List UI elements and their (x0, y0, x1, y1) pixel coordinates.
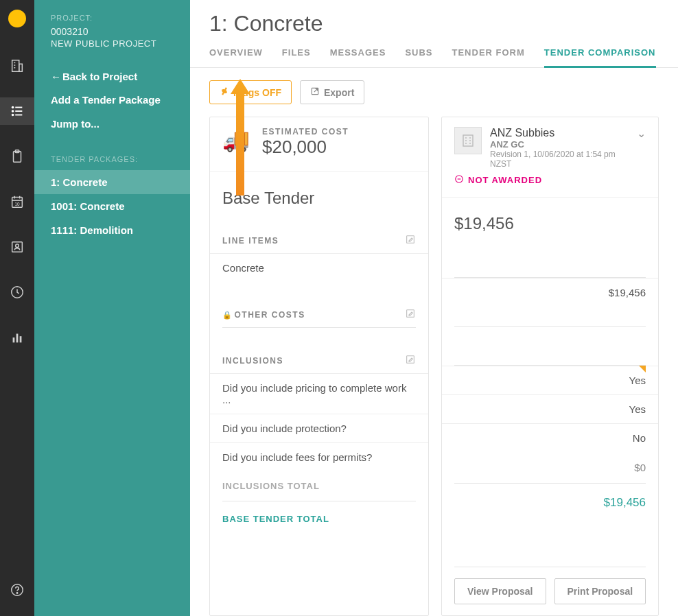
nav-clock-icon[interactable] (0, 279, 34, 306)
tab-overview[interactable]: OVERVIEW (209, 47, 263, 68)
award-status: NOT AWARDED (442, 174, 658, 193)
svg-text:10: 10 (14, 202, 20, 206)
svg-rect-8 (15, 107, 22, 108)
sub-company: ANZ GC (490, 139, 629, 150)
other-costs-label: 🔒OTHER COSTS (222, 310, 305, 320)
export-button[interactable]: Export (300, 80, 364, 104)
svg-point-25 (16, 593, 17, 593)
edit-other-costs-icon[interactable] (405, 308, 416, 322)
page-title: 1: Concrete (209, 11, 659, 36)
sidebar: PROJECT: 0003210 NEW PUBLIC PROJECT ← Ba… (34, 0, 190, 616)
edit-line-items-icon[interactable] (405, 234, 416, 248)
truck-icon: 🚚 (222, 127, 253, 153)
building-icon (454, 127, 482, 154)
inclusion-question: Did you include pricing to complete work… (210, 373, 428, 414)
sidebar-item-demolition-1111[interactable]: 1111: Demolition (34, 218, 190, 242)
svg-point-5 (12, 106, 14, 109)
inclusions-total-value: $0 (442, 452, 658, 483)
project-label: PROJECT: (34, 14, 190, 26)
svg-rect-23 (20, 336, 22, 342)
sub-amount: $19,456 (442, 202, 658, 252)
plug-icon (220, 86, 229, 98)
toolbar: Plugs OFF Export (190, 68, 678, 117)
sidebar-item-concrete-1[interactable]: 1: Concrete (34, 170, 190, 194)
nav-chart-icon[interactable] (0, 324, 34, 351)
inclusion-answer: Yes (442, 366, 658, 394)
svg-rect-21 (13, 337, 15, 342)
icon-rail: 10 (0, 0, 34, 616)
view-proposal-button[interactable]: View Proposal (454, 578, 546, 604)
nav-contact-icon[interactable] (0, 233, 34, 261)
svg-rect-10 (15, 115, 22, 116)
line-item-value: $19,456 (442, 278, 658, 307)
edit-inclusions-icon[interactable] (405, 354, 416, 368)
estimated-cost-label: ESTIMATED COST (262, 127, 349, 137)
project-number: 0003210 (34, 26, 190, 37)
nav-clipboard-icon[interactable] (0, 143, 34, 170)
line-items-label: LINE ITEMS (222, 236, 279, 246)
sub-name: ANZ Subbies (490, 127, 629, 139)
estimated-cost-value: $20,000 (262, 137, 349, 158)
tab-tender-comparison[interactable]: TENDER COMPARISON (544, 47, 656, 68)
svg-rect-30 (463, 135, 473, 146)
estimate-card: 🚚 ESTIMATED COST $20,000 Base Tender LIN… (209, 117, 429, 616)
svg-point-19 (16, 244, 19, 248)
sub-card: ANZ Subbies ANZ GC Revision 1, 10/06/202… (441, 117, 659, 616)
inclusions-total-label: INCLUSIONS TOTAL (210, 471, 428, 501)
lock-icon: 🔒 (222, 311, 233, 319)
inclusion-question: Did you include fees for permits? (210, 442, 428, 471)
inclusion-question: Did you include protection? (210, 414, 428, 442)
arrow-left-icon: ← (51, 71, 61, 82)
nav-company-icon[interactable] (0, 52, 34, 80)
export-label: Export (324, 87, 354, 98)
inclusion-answer: Yes (442, 394, 658, 423)
sidebar-item-concrete-1001[interactable]: 1001: Concrete (34, 194, 190, 218)
tab-subs[interactable]: SUBS (405, 47, 432, 68)
tabs: OVERVIEW FILES MESSAGES SUBS TENDER FORM… (190, 36, 678, 68)
svg-rect-22 (16, 334, 19, 343)
print-proposal-button[interactable]: Print Proposal (554, 578, 646, 604)
svg-rect-1 (19, 64, 23, 71)
export-icon (310, 86, 320, 98)
plugs-label: Plugs OFF (233, 87, 281, 98)
tab-tender-form[interactable]: TENDER FORM (452, 47, 525, 68)
base-tender-total-label: BASE TENDER TOTAL (210, 501, 428, 536)
corner-marker (639, 366, 646, 372)
back-to-project[interactable]: ← Back to Project (34, 65, 190, 88)
titlebar: 1: Concrete (190, 0, 678, 36)
svg-rect-9 (15, 110, 22, 112)
svg-point-6 (12, 110, 14, 112)
line-item-name: Concrete (210, 253, 428, 282)
project-name: NEW PUBLIC PROJECT (34, 37, 190, 65)
circle-minus-icon (454, 174, 464, 186)
svg-rect-0 (12, 60, 19, 72)
nav-calendar-icon[interactable]: 10 (0, 188, 34, 215)
sub-revision: Revision 1, 10/06/2020 at 1:54 pm NZST (490, 150, 629, 169)
svg-point-7 (12, 114, 14, 117)
tender-packages-label: TENDER PACKAGES: (34, 136, 190, 170)
back-label: Back to Project (62, 71, 137, 82)
tab-files[interactable]: FILES (282, 47, 311, 68)
avatar[interactable] (8, 10, 26, 27)
main: 1: Concrete OVERVIEW FILES MESSAGES SUBS… (190, 0, 678, 616)
inclusion-answer: No (442, 423, 658, 452)
inclusions-label: INCLUSIONS (222, 356, 283, 366)
nav-help-icon[interactable] (0, 576, 34, 604)
tab-messages[interactable]: MESSAGES (330, 47, 386, 68)
base-tender-heading: Base Tender (210, 176, 428, 227)
jump-to[interactable]: Jump to... (34, 112, 190, 136)
nav-list-icon[interactable] (0, 97, 34, 125)
chevron-down-icon[interactable]: ⌄ (637, 127, 646, 140)
plugs-button[interactable]: Plugs OFF (209, 80, 292, 104)
add-tender-package[interactable]: Add a Tender Package (34, 88, 190, 112)
base-tender-total-value: $19,456 (442, 484, 658, 522)
